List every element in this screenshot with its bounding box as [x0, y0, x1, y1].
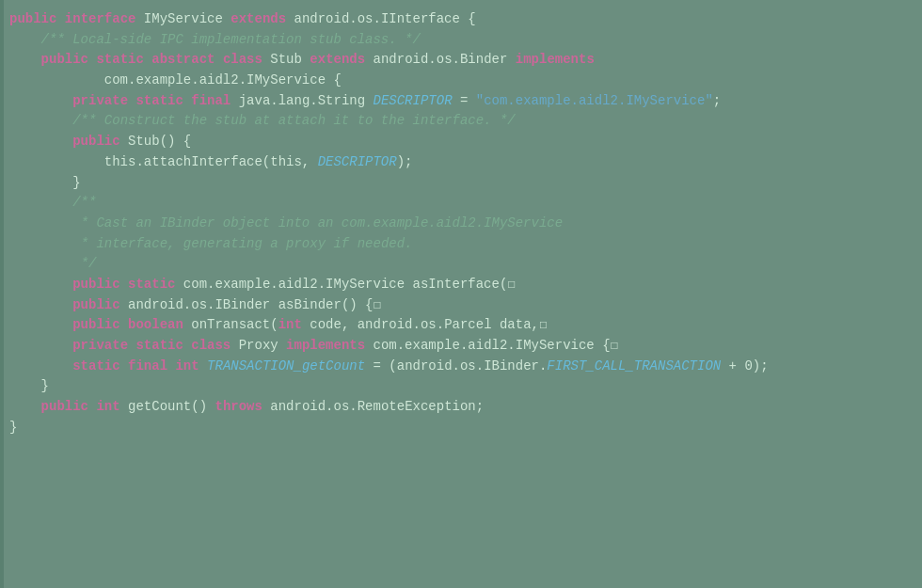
token-comment: /**	[72, 195, 96, 210]
token-plain: }	[9, 420, 17, 435]
code-line: * interface, generating a proxy if neede…	[0, 234, 922, 255]
token-plain	[120, 317, 128, 332]
code-line: this.attachInterface(this, DESCRIPTOR);	[0, 152, 922, 173]
token-plain: android.os.Binder	[365, 52, 516, 67]
code-text: * interface, generating a proxy if neede…	[9, 234, 412, 255]
token-plain	[9, 113, 72, 128]
token-comment: /** Construct the stub at attach it to t…	[72, 113, 515, 128]
token-plain: );	[397, 154, 413, 169]
token-kw: public	[72, 297, 119, 312]
token-plain	[199, 358, 207, 373]
token-plain: code, android.os.Parcel data,☐	[302, 317, 547, 332]
token-kw: public	[41, 52, 88, 67]
token-kw: extends	[230, 11, 286, 26]
code-line: * Cast an IBinder object into an com.exa…	[0, 214, 922, 234]
token-plain	[9, 236, 81, 251]
token-plain	[9, 134, 72, 149]
token-kw: public	[9, 11, 56, 26]
token-plain: getCount()	[120, 399, 215, 414]
token-plain	[9, 338, 72, 353]
code-line: public interface IMyService extends andr…	[0, 9, 922, 30]
token-italic: FIRST_CALL_TRANSACTION	[547, 358, 721, 373]
code-text: */	[9, 254, 96, 275]
code-text: public Stub() {	[9, 132, 191, 152]
code-text: public int getCount() throws android.os.…	[9, 397, 484, 418]
code-text: }	[9, 173, 81, 194]
code-text: public static com.example.aidl2.IMyServi…	[9, 275, 516, 295]
code-line: public static com.example.aidl2.IMyServi…	[0, 275, 922, 295]
code-text: public interface IMyService extends andr…	[9, 9, 476, 30]
code-text: /** Construct the stub at attach it to t…	[9, 111, 516, 132]
token-plain	[9, 52, 41, 67]
code-text: }	[9, 376, 49, 397]
token-plain	[120, 358, 128, 373]
token-plain: + 0);	[721, 358, 768, 373]
token-plain: this.attachInterface(this,	[9, 154, 318, 169]
code-text: /** Local-side IPC implementation stub c…	[9, 30, 421, 51]
token-kw: static	[135, 338, 183, 353]
token-plain: Stub() {	[120, 134, 192, 149]
token-kw: int	[96, 399, 119, 414]
token-kw: public	[72, 134, 119, 149]
token-plain: com.example.aidl2.IMyService {☐	[365, 338, 618, 353]
code-text: /**	[9, 193, 96, 214]
code-line: /** Local-side IPC implementation stub c…	[0, 30, 922, 51]
left-bar	[0, 0, 4, 588]
code-line: */	[0, 254, 922, 275]
token-plain	[183, 338, 191, 353]
token-kw: implements	[286, 338, 365, 353]
code-line: private static final java.lang.String DE…	[0, 91, 922, 112]
token-kw: static	[128, 277, 175, 292]
token-kw: extends	[310, 52, 365, 67]
token-plain	[9, 32, 41, 47]
code-text: public boolean onTransact(int code, andr…	[9, 315, 547, 336]
token-plain	[9, 317, 72, 332]
token-string: "com.example.aidl2.IMyService"	[476, 93, 713, 108]
code-text: static final int TRANSACTION_getCount = …	[9, 357, 769, 377]
token-kw: int	[278, 317, 302, 332]
code-line: }	[0, 173, 922, 194]
code-line: com.example.aidl2.IMyService {	[0, 71, 922, 91]
token-comment: * interface, generating a proxy if neede…	[81, 236, 413, 251]
code-block: public interface IMyService extends andr…	[0, 9, 922, 437]
token-plain: = (android.os.IBinder.	[365, 358, 547, 373]
code-text: this.attachInterface(this, DESCRIPTOR);	[9, 152, 412, 173]
code-line: }	[0, 376, 922, 397]
token-kw: class	[191, 338, 230, 353]
token-kw: implements	[516, 52, 595, 67]
code-line: static final int TRANSACTION_getCount = …	[0, 357, 922, 377]
token-italic: DESCRIPTOR	[374, 93, 453, 108]
code-text: }	[9, 418, 17, 438]
token-kw: int	[175, 358, 199, 373]
token-plain	[9, 399, 41, 414]
token-plain: android.os.IInterface {	[286, 11, 476, 26]
code-line: public static abstract class Stub extend…	[0, 50, 922, 71]
token-plain: android.os.IBinder asBinder() {☐	[120, 297, 381, 312]
token-comment: /** Local-side IPC implementation stub c…	[41, 32, 421, 47]
token-italic: TRANSACTION_getCount	[207, 358, 365, 373]
code-line: private static class Proxy implements co…	[0, 336, 922, 357]
code-text: private static final java.lang.String DE…	[9, 91, 721, 112]
token-plain: android.os.RemoteException;	[262, 399, 484, 414]
token-kw: public	[72, 317, 119, 332]
token-kw: static	[96, 52, 143, 67]
token-plain	[9, 195, 72, 210]
code-container: public interface IMyService extends andr…	[0, 0, 922, 588]
code-line: /**	[0, 193, 922, 214]
token-kw: static	[135, 93, 183, 108]
token-plain: IMyService	[135, 11, 230, 26]
token-plain: }	[9, 175, 81, 190]
code-line: }	[0, 418, 922, 438]
token-plain	[144, 52, 151, 67]
token-plain: ;	[713, 93, 721, 108]
code-line: public Stub() {	[0, 132, 922, 152]
token-kw: abstract	[151, 52, 215, 67]
token-plain: =	[453, 93, 476, 108]
token-italic: DESCRIPTOR	[318, 154, 397, 169]
token-plain	[56, 11, 64, 26]
code-text: public static abstract class Stub extend…	[9, 50, 595, 71]
token-plain: Proxy	[230, 338, 286, 353]
token-comment: */	[81, 256, 97, 271]
token-plain	[183, 93, 191, 108]
token-plain	[9, 297, 72, 312]
